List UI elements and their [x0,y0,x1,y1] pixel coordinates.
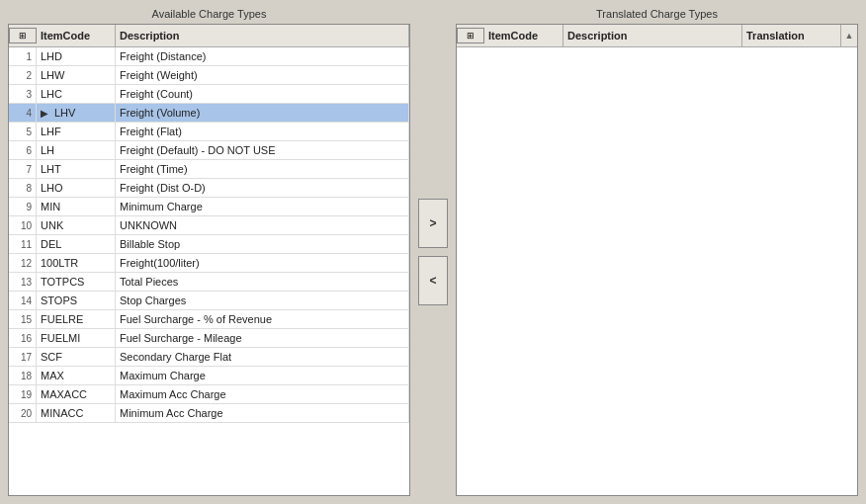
row-num: 6 [9,141,37,159]
left-th-description: Description [116,25,409,46]
middle-buttons: > < [410,8,456,496]
right-panel-title: Translated Charge Types [456,8,858,20]
row-itemcode: LHT [37,160,116,178]
row-itemcode: UNK [37,216,116,234]
left-table-container: ⊞ ItemCode Description 1 LHD Freight (Di… [8,24,410,496]
table-row[interactable]: 11 DEL Billable Stop [9,235,409,254]
row-num: 9 [9,198,37,215]
table-row[interactable]: 1 LHD Freight (Distance) [9,47,409,66]
table-row[interactable]: 20 MINACC Minimum Acc Charge [9,404,409,423]
table-row[interactable]: 5 LHF Freight (Flat) [9,123,409,141]
row-num: 14 [9,292,37,309]
row-num: 20 [9,404,37,422]
row-num: 5 [9,123,37,140]
row-itemcode: STOPS [37,292,116,309]
right-table-body [457,47,857,495]
table-row[interactable]: 12 100LTR Freight(100/liter) [9,254,409,273]
row-description: Freight (Time) [116,160,409,178]
table-row[interactable]: 7 LHT Freight (Time) [9,160,409,179]
row-itemcode: DEL [37,235,116,253]
row-description: Freight (Volume) [116,104,409,122]
row-num: 17 [9,348,37,366]
row-itemcode: ▶LHV [37,104,116,122]
right-table-header: ⊞ ItemCode Description Translation ▲ [457,25,857,47]
row-num: 10 [9,216,37,234]
right-sort-arrow: ▲ [841,31,857,41]
row-description: Freight (Dist O-D) [116,179,409,197]
row-num: 15 [9,310,37,328]
row-itemcode: MAX [37,367,116,384]
table-row[interactable]: 13 TOTPCS Total Pieces [9,273,409,292]
row-num: 19 [9,385,37,403]
row-description: Secondary Charge Flat [116,348,409,366]
table-row[interactable]: 16 FUELMI Fuel Surcharge - Mileage [9,329,409,348]
right-table-container: ⊞ ItemCode Description Translation ▲ [456,24,858,496]
right-th-itemcode: ItemCode [484,25,563,46]
left-panel-title: Available Charge Types [8,8,410,20]
left-table-header: ⊞ ItemCode Description [9,25,409,47]
table-row[interactable]: 19 MAXACC Maximum Acc Charge [9,385,409,404]
right-th-description: Description [563,25,742,46]
row-itemcode: LHD [37,47,116,65]
row-description: Freight (Default) - DO NOT USE [116,141,409,159]
row-itemcode: LHC [37,85,116,103]
right-sort-icon-symbol: ⊞ [467,31,475,41]
row-itemcode: SCF [37,348,116,366]
table-row[interactable]: 2 LHW Freight (Weight) [9,66,409,85]
row-itemcode: FUELRE [37,310,116,328]
sort-icon-symbol: ⊞ [19,31,27,41]
row-itemcode: LH [37,141,116,159]
row-description: Fuel Surcharge - Mileage [116,329,409,347]
left-panel: Available Charge Types ⊞ ItemCode Descri… [8,8,410,496]
row-description: Freight (Weight) [116,66,409,84]
row-itemcode: MINACC [37,404,116,422]
row-description: Stop Charges [116,292,409,309]
row-description: Freight (Flat) [116,123,409,140]
right-panel: Translated Charge Types ⊞ ItemCode Descr… [456,8,858,496]
right-sort-icon[interactable]: ⊞ [457,28,484,43]
row-num: 8 [9,179,37,197]
add-button[interactable]: > [418,199,448,248]
table-row[interactable]: 9 MIN Minimum Charge [9,198,409,216]
row-description: Freight (Distance) [116,47,409,65]
row-description: Freight (Count) [116,85,409,103]
row-description: Maximum Charge [116,367,409,384]
table-row[interactable]: 15 FUELRE Fuel Surcharge - % of Revenue [9,310,409,329]
row-arrow: ▶ [41,108,52,119]
table-row[interactable]: 17 SCF Secondary Charge Flat [9,348,409,367]
table-row[interactable]: 8 LHO Freight (Dist O-D) [9,179,409,198]
remove-button[interactable]: < [418,256,448,305]
row-itemcode: 100LTR [37,254,116,272]
row-itemcode: LHW [37,66,116,84]
row-description: Minimum Acc Charge [116,404,409,422]
table-row[interactable]: 4 ▶LHV Freight (Volume) [9,104,409,123]
left-th-itemcode: ItemCode [37,25,116,46]
row-num: 13 [9,273,37,291]
main-container: Available Charge Types ⊞ ItemCode Descri… [0,0,866,504]
table-row[interactable]: 14 STOPS Stop Charges [9,292,409,310]
table-row[interactable]: 18 MAX Maximum Charge [9,367,409,385]
row-description: Fuel Surcharge - % of Revenue [116,310,409,328]
row-itemcode: MIN [37,198,116,215]
left-sort-icon[interactable]: ⊞ [9,28,37,43]
row-itemcode: LHO [37,179,116,197]
table-row[interactable]: 3 LHC Freight (Count) [9,85,409,104]
panels-row: Available Charge Types ⊞ ItemCode Descri… [8,8,858,496]
row-num: 3 [9,85,37,103]
table-row[interactable]: 10 UNK UNKNOWN [9,216,409,235]
row-num: 12 [9,254,37,272]
row-description: Billable Stop [116,235,409,253]
row-description: Minimum Charge [116,198,409,215]
right-th-translation: Translation [742,25,841,46]
row-description: Freight(100/liter) [116,254,409,272]
row-description: Maximum Acc Charge [116,385,409,403]
row-description: UNKNOWN [116,216,409,234]
row-num: 18 [9,367,37,384]
row-num: 16 [9,329,37,347]
row-itemcode: LHF [37,123,116,140]
row-description: Total Pieces [116,273,409,291]
table-row[interactable]: 6 LH Freight (Default) - DO NOT USE [9,141,409,160]
row-itemcode: MAXACC [37,385,116,403]
left-table-body: 1 LHD Freight (Distance) 2 LHW Freight (… [9,47,409,495]
row-itemcode: FUELMI [37,329,116,347]
